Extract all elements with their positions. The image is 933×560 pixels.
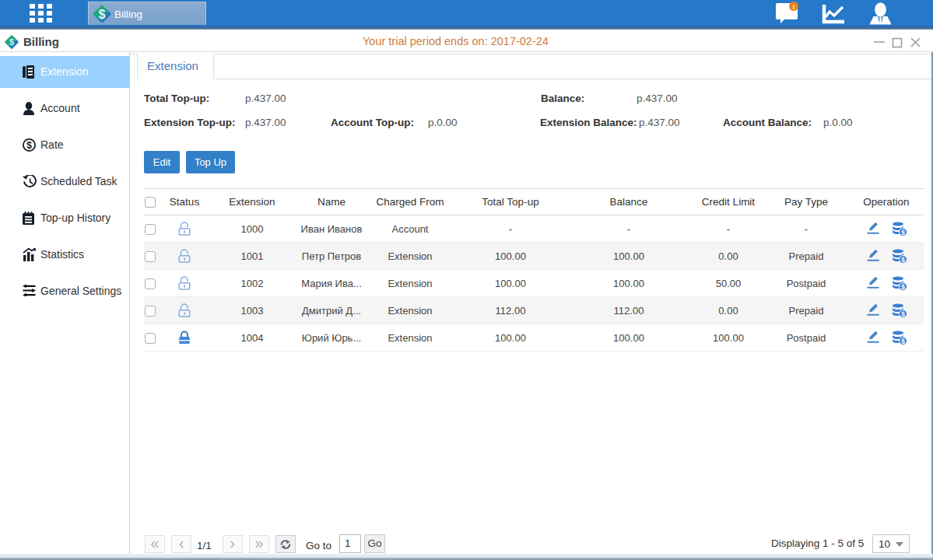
svg-text:$: $ bbox=[901, 282, 905, 290]
svg-text:$: $ bbox=[901, 310, 905, 317]
svg-text:!: ! bbox=[793, 3, 795, 11]
svg-text:$: $ bbox=[99, 8, 106, 21]
svg-text:$: $ bbox=[901, 228, 905, 236]
svg-text:$: $ bbox=[901, 337, 905, 345]
svg-text:$: $ bbox=[26, 140, 32, 151]
svg-text:$: $ bbox=[901, 255, 905, 263]
svg-text:$: $ bbox=[9, 37, 14, 47]
